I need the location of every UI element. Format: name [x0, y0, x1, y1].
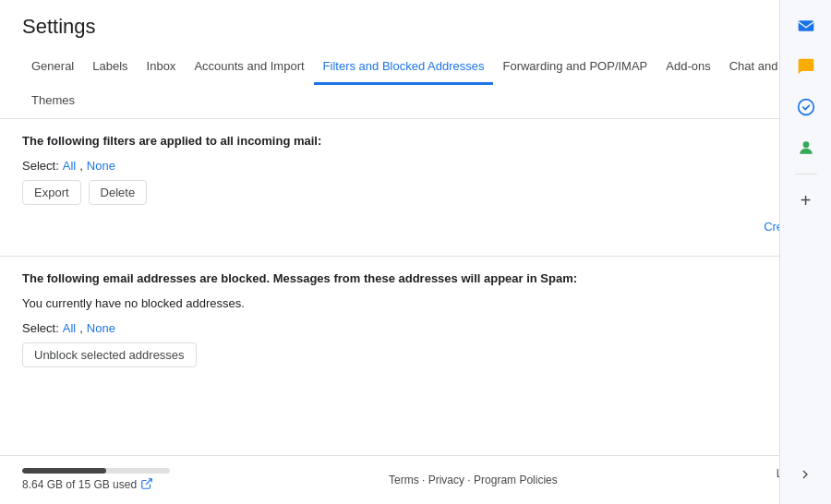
tab-labels[interactable]: Labels [83, 50, 137, 85]
tab-forwarding[interactable]: Forwarding and POP/IMAP [493, 50, 656, 85]
storage-used-label: 8.64 GB of 15 GB used [22, 478, 137, 491]
tab-themes[interactable]: Themes [22, 84, 84, 119]
settings-header: Settings General Labels Inbox Accounts a… [0, 0, 831, 84]
tab-accounts[interactable]: Accounts and Import [185, 50, 313, 85]
svg-line-0 [146, 478, 151, 484]
storage-external-link-icon[interactable] [140, 477, 153, 493]
export-button[interactable]: Export [22, 180, 81, 205]
nav-row2: Themes [0, 84, 831, 119]
filters-select-none[interactable]: None [87, 159, 115, 173]
footer-links: Terms · Privacy · Program Policies [389, 474, 558, 486]
page-title: Settings [22, 15, 831, 39]
sidebar-tasks-icon[interactable] [788, 89, 825, 126]
sidebar-chevron-icon[interactable] [787, 456, 824, 493]
sidebar-divider [795, 174, 817, 174]
svg-point-3 [802, 141, 809, 148]
storage-bar-container [22, 468, 170, 474]
filter-links: Create a new filter Import filters [22, 212, 831, 241]
filters-section-title: The following filters are applied to all… [22, 134, 831, 148]
blocked-select-none[interactable]: None [87, 321, 115, 335]
svg-point-2 [798, 100, 813, 115]
tab-filters[interactable]: Filters and Blocked Addresses [314, 50, 494, 85]
terms-link[interactable]: Terms [389, 474, 419, 486]
svg-rect-1 [798, 20, 813, 31]
storage-section: 8.64 GB of 15 GB used [22, 468, 170, 493]
program-policies-link[interactable]: Program Policies [474, 474, 558, 486]
blocked-section-title: The following email addresses are blocke… [22, 271, 831, 285]
delete-button[interactable]: Delete [89, 180, 148, 205]
filters-button-group: Export Delete [22, 180, 831, 205]
blocked-select-line: Select: All, None [22, 321, 831, 335]
tab-general[interactable]: General [22, 50, 83, 85]
unblock-button[interactable]: Unblock selected addresses [22, 342, 197, 367]
sidebar-mail-icon[interactable] [788, 7, 825, 44]
privacy-link[interactable]: Privacy [428, 474, 464, 486]
storage-bar-fill [22, 468, 106, 474]
sidebar-contacts-icon[interactable] [788, 129, 825, 166]
filters-select-label: Select: [22, 159, 59, 173]
sidebar-add-button[interactable]: + [788, 182, 825, 219]
tab-addons[interactable]: Add-ons [656, 50, 719, 85]
no-blocked-message: You currently have no blocked addresses. [22, 296, 831, 310]
main-content: Settings General Labels Inbox Accounts a… [0, 0, 831, 504]
blocked-select-all[interactable]: All [63, 321, 76, 335]
nav-tabs-row1: General Labels Inbox Accounts and Import… [22, 50, 831, 84]
blocked-section: The following email addresses are blocke… [0, 257, 831, 382]
storage-text: 8.64 GB of 15 GB used [22, 477, 170, 493]
content-area: The following filters are applied to all… [0, 119, 831, 455]
filters-select-line: Select: All, None [22, 159, 831, 173]
footer: 8.64 GB of 15 GB used Terms · Privacy · … [0, 455, 831, 504]
tab-inbox[interactable]: Inbox [138, 50, 186, 85]
right-sidebar: + [779, 0, 831, 504]
sidebar-chat-icon[interactable] [788, 48, 825, 85]
filters-select-all[interactable]: All [63, 159, 76, 173]
filters-section: The following filters are applied to all… [0, 119, 831, 257]
blocked-select-label: Select: [22, 321, 59, 335]
